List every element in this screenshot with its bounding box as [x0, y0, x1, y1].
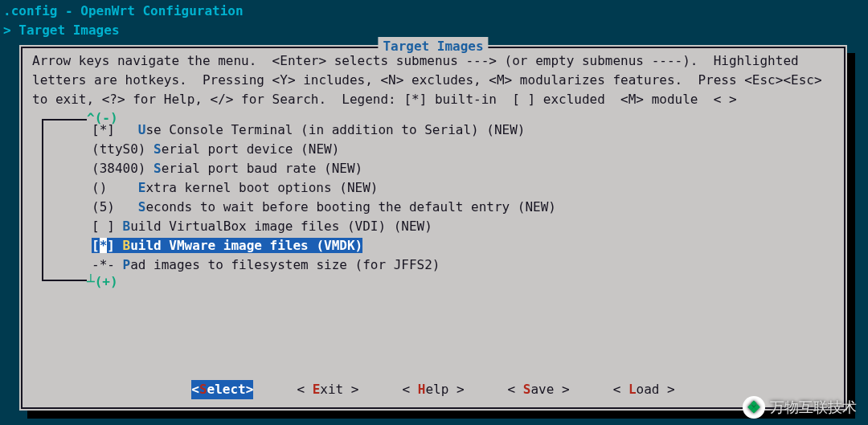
terminal-window: .config - OpenWrt Configuration > Target… — [0, 0, 868, 425]
menu-item-serial-baud[interactable]: (38400) Serial port baud rate (NEW) — [92, 159, 829, 178]
menu-list-border-left — [42, 119, 43, 281]
menu-list-border-bottom — [42, 280, 87, 281]
menu-box-title: Target Images — [378, 37, 488, 56]
scroll-down-indicator[interactable]: ┴(+) — [87, 272, 118, 292]
load-button[interactable]: < Load > — [613, 380, 675, 399]
save-button[interactable]: < Save > — [508, 380, 570, 399]
breadcrumb-prefix: > — [3, 22, 11, 38]
menu-item-serial-device[interactable]: (ttyS0) Serial port device (NEW) — [92, 140, 829, 159]
menu-items: [*] Use Console Terminal (in addition to… — [92, 121, 829, 275]
menu-item-use-console[interactable]: [*] Use Console Terminal (in addition to… — [92, 121, 829, 140]
menu-item-pad-images[interactable]: -*- Pad images to filesystem size (for J… — [92, 255, 829, 275]
menu-item-virtualbox-vdi[interactable]: [ ] Build VirtualBox image files (VDI) (… — [92, 217, 829, 236]
menu-help-text: Arrow keys navigate the menu. <Enter> se… — [21, 47, 845, 111]
menu-list-border-top — [42, 119, 87, 121]
help-button[interactable]: < Help > — [402, 380, 464, 399]
menu-item-boot-seconds[interactable]: (5) Seconds to wait before booting the d… — [92, 198, 829, 217]
menu-list: ^(-) ┴(+) [*] Use Console Terminal (in a… — [42, 111, 837, 289]
exit-button[interactable]: < Exit > — [297, 380, 358, 399]
button-bar: <Select> < Exit > < Help > < Save > < Lo… — [21, 380, 845, 399]
select-button[interactable]: <Select> — [191, 380, 253, 399]
window-title: .config - OpenWrt Configuration — [3, 2, 865, 21]
menu-item-vmware-vmdk[interactable]: [*] Build VMware image files (VMDK) — [92, 236, 829, 255]
menu-box: Target Images Arrow keys navigate the me… — [19, 45, 847, 411]
breadcrumb-label: Target Images — [18, 22, 119, 38]
menu-item-extra-kernel[interactable]: () Extra kernel boot options (NEW) — [92, 178, 829, 198]
